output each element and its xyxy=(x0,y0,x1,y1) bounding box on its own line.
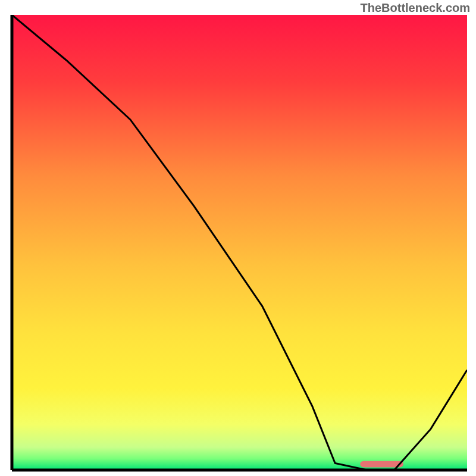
chart-container: { "watermark": "TheBottleneck.com", "cha… xyxy=(0,0,476,476)
chart-svg xyxy=(0,0,476,476)
background-gradient xyxy=(12,15,467,470)
watermark-text: TheBottleneck.com xyxy=(361,1,470,15)
